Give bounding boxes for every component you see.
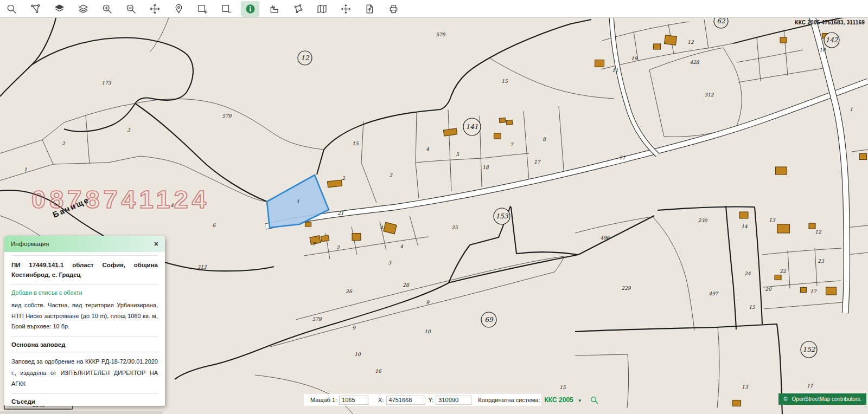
building[interactable] [506,120,513,125]
neighbors-section-title: Съседи [11,393,158,406]
parcel-number-label: 12 [815,229,822,235]
main-order-section-title: Основна заповед [11,337,158,352]
parcel-number-label: 496 [600,235,610,241]
map-sheet-button[interactable] [312,1,331,17]
cadastral-region-number: 69 [484,316,494,324]
parcel-number-label: 17 [534,159,541,165]
parcel-number-label: 10 [354,352,361,357]
export-file-button[interactable] [360,1,379,17]
coordinates-search-button[interactable] [590,396,599,405]
zoom-out-icon [125,3,137,15]
parcel-number-label: 24 [744,271,751,276]
parcel-description: вид собств. Частна, вид територия Урбани… [11,298,158,337]
info-button[interactable] [241,1,259,17]
building[interactable] [327,180,342,187]
parcel-number-label: 25 [451,225,458,230]
parcel-number-label: 4 [380,225,383,230]
cadastral-region-number: 153 [496,212,509,220]
building[interactable] [595,60,604,67]
parcel-number-label: 22 [780,268,787,274]
parcel-number-label: 229 [621,286,631,291]
close-icon[interactable]: × [154,240,158,248]
building[interactable] [780,37,787,43]
select-rect-add-icon [197,3,208,15]
parcel-number-label: 14 [741,224,748,229]
corner-snap-button[interactable] [265,1,283,17]
building[interactable] [775,275,781,280]
crs-dropdown[interactable]: ККС 2005 [545,396,573,404]
toolbar [0,0,868,18]
copyright-icon: © [783,396,787,402]
location-marker-button[interactable] [169,1,188,17]
parcel-number-label: 4 [400,244,403,249]
building[interactable] [321,235,329,242]
scale-input[interactable] [339,396,368,405]
cadastral-region-number: 12 [301,54,310,62]
parcel-number-label: 4 [426,146,429,152]
building[interactable] [305,222,311,227]
parcel-number-label: 579 [436,32,445,37]
select-rect-subtract-button[interactable] [217,1,235,17]
y-label: Y: [429,397,434,403]
layers-filled-button[interactable] [50,1,68,17]
map-sheet-icon [316,3,328,15]
route-measure-button[interactable] [26,1,44,17]
parcel-number-label: 18 [482,165,489,170]
building[interactable] [809,223,815,229]
x-label: X: [378,397,384,403]
parcel-number-label: 16 [375,368,382,374]
osm-attribution-text: OpenStreetMap contributors. [792,396,861,402]
parcel-number-label: 19 [631,56,638,61]
building[interactable] [777,224,790,233]
search-button[interactable] [2,1,21,17]
building[interactable] [739,212,748,218]
parcel-number-label: 10 [819,47,826,53]
info-panel-body: ПИ 17449.141.1 област София, община Кост… [4,252,165,406]
route-measure-icon [30,3,41,15]
building[interactable] [801,288,807,293]
parcel-number-label: 11 [612,68,618,73]
parcel-number-label: 313 [197,264,207,270]
parcel-number-label: 15 [352,141,359,146]
zoom-out-button[interactable] [122,1,140,17]
x-coordinate-input[interactable] [386,396,425,405]
polygon-select-button[interactable] [289,1,307,17]
add-to-object-list-link[interactable]: Добави в списък с обекти [11,285,158,298]
main-order-text: Заповед за одобрение на КККР РД-18-72/30… [11,352,158,393]
building[interactable] [352,234,361,241]
parcel-number-label: 230 [698,218,707,223]
parcel-number-label: 21 [619,155,625,160]
parcel-number-label: 1 [850,107,853,112]
crs-label: Координатна система: [478,397,540,403]
building[interactable] [494,133,501,139]
parcel-number-label: 12 [687,40,694,45]
osm-attribution[interactable]: © OpenStreetMap contributors. [778,393,866,405]
parcel-title: ПИ 17449.141.1 област София, община Кост… [11,255,158,285]
select-rect-add-button[interactable] [193,1,212,17]
building[interactable] [664,35,676,46]
print-button[interactable] [384,1,403,17]
pan-button[interactable] [145,1,164,17]
building[interactable] [826,287,837,295]
axes-crosshair-button[interactable] [336,1,355,17]
parcel-number-label: 312 [704,92,714,98]
cadastral-region-number: 141 [466,123,478,131]
layers-icon [78,3,89,15]
y-coordinate-input[interactable] [436,396,471,405]
building[interactable] [733,400,741,406]
parcel-number-label: 1 [24,167,27,172]
building[interactable] [776,167,787,174]
parcel-number-label: 173 [101,80,111,86]
zoom-in-button[interactable] [98,1,116,17]
caret-down-icon[interactable]: ▼ [578,398,582,403]
cadastral-region-number: 142 [826,36,839,44]
parcel-number-label: 28 [403,282,410,288]
info-panel-title: Информация [11,241,49,247]
building[interactable] [860,154,867,160]
building[interactable] [654,44,661,49]
parcel-number-label: 13 [769,217,776,223]
select-rect-subtract-icon [221,3,232,15]
export-file-icon [364,3,375,15]
layers-button[interactable] [74,1,92,17]
building[interactable] [499,118,506,122]
